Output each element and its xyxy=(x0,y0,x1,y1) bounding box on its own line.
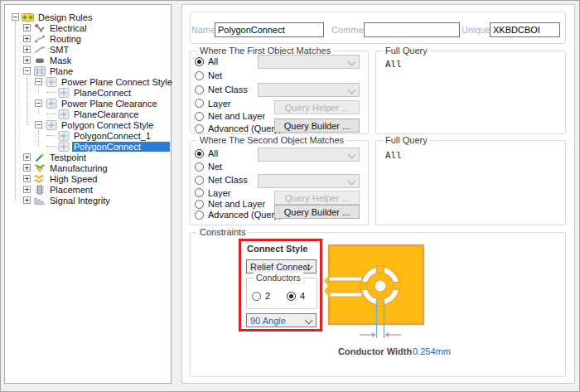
tree-item-design-rules[interactable]: −Design Rules xyxy=(7,12,170,22)
radio-icon xyxy=(195,211,204,220)
tree-item-smt[interactable]: +SMT xyxy=(7,44,170,55)
tree-item-mask[interactable]: +Mask xyxy=(7,55,170,65)
tree-item-manufacturing[interactable]: +Manufacturing xyxy=(7,162,170,173)
radio-label: Advanced (Query) xyxy=(208,210,282,220)
manufacturing-icon xyxy=(33,163,46,173)
angle-select[interactable]: 90 Angle xyxy=(246,313,317,327)
electrical-icon xyxy=(33,23,46,33)
tree-item-planeconnect[interactable]: PlaneConnect xyxy=(7,87,170,98)
radio-icon xyxy=(195,176,204,185)
first-match-radio-net-class[interactable]: Net Class xyxy=(195,84,248,95)
second-query-builder-button[interactable]: Query Builder ... xyxy=(274,205,360,219)
connect-style-label: Connect Style xyxy=(247,244,307,254)
expand-icon[interactable]: + xyxy=(23,24,31,31)
conductor-width-label: Conductor Width xyxy=(338,346,412,356)
polygon-connect-diagram xyxy=(325,242,434,345)
second-match-radio-net-class[interactable]: Net Class xyxy=(195,174,248,186)
chevron-down-icon xyxy=(305,317,313,325)
first-query-builder-button[interactable]: Query Builder ... xyxy=(274,119,360,133)
tree-item-plane[interactable]: −Plane xyxy=(7,65,170,76)
name-input[interactable] xyxy=(215,22,324,37)
first-match-radio-advanced-query[interactable]: Advanced (Query) xyxy=(195,123,282,134)
expand-icon[interactable]: + xyxy=(23,164,31,172)
tree-item-polygon-connect-style[interactable]: −Polygon Connect Style xyxy=(7,119,170,130)
first-match-radio-net[interactable]: Net xyxy=(195,70,222,81)
radio-conductors-2[interactable]: 2 xyxy=(252,290,270,302)
tree-item-placement[interactable]: +Placement xyxy=(7,184,170,195)
first-net-select xyxy=(258,55,360,69)
rule-type-icon xyxy=(45,77,57,87)
tree-item-polygonconnect[interactable]: PolygonConnect xyxy=(7,141,170,152)
signal-integrity-icon xyxy=(33,196,46,206)
conductor-width-value: 0.254mm xyxy=(413,346,451,356)
second-match-radio-net[interactable]: Net xyxy=(195,161,222,172)
tree-item-label: Polygon Connect Style xyxy=(60,120,155,130)
radio-label: Net Class xyxy=(208,85,248,94)
tree-item-label: Power Plane Clearance xyxy=(60,99,159,109)
expand-icon[interactable]: + xyxy=(23,56,31,64)
radio-label: All xyxy=(208,148,218,158)
radio-icon xyxy=(195,112,204,121)
tree-item-power-plane-clearance[interactable]: −Power Plane Clearance xyxy=(7,98,170,109)
chevron-down-icon xyxy=(348,151,356,159)
expand-icon[interactable]: + xyxy=(23,35,31,42)
tree-item-planeclearance[interactable]: PlaneClearance xyxy=(7,109,170,119)
radio-label: Net Class xyxy=(208,175,248,185)
first-match-radio-net-and-layer[interactable]: Net and Layer xyxy=(195,110,265,122)
tree-item-routing[interactable]: +Routing xyxy=(7,33,170,44)
second-match-radio-all[interactable]: All xyxy=(195,148,218,159)
tree-item-label: SMT xyxy=(48,45,70,55)
second-match-radio-advanced-query[interactable]: Advanced (Query) xyxy=(195,209,282,220)
second-match-radio-net-and-layer[interactable]: Net and Layer xyxy=(195,198,265,210)
radio-label: Layer xyxy=(208,188,231,198)
collapse-icon[interactable]: − xyxy=(35,78,42,85)
expand-icon[interactable]: + xyxy=(23,186,31,193)
second-match-radio-layer[interactable]: Layer xyxy=(195,187,231,199)
radio-label: All xyxy=(208,56,218,66)
unique-id-input[interactable] xyxy=(490,22,560,37)
expand-icon[interactable]: + xyxy=(23,175,31,182)
testpoint-icon xyxy=(33,152,46,162)
tree-item-power-plane-connect-style[interactable]: −Power Plane Connect Style xyxy=(7,76,170,87)
tree-item-signal-integrity[interactable]: +Signal Integrity xyxy=(7,195,170,206)
radio-label: Net and Layer xyxy=(208,199,265,209)
first-full-query-title: Full Query xyxy=(383,46,430,56)
tree-item-electrical[interactable]: +Electrical xyxy=(7,22,170,33)
tree-item-label: High Speed xyxy=(48,174,99,184)
collapse-icon[interactable]: − xyxy=(12,13,19,21)
radio-icon xyxy=(195,149,204,158)
comment-input[interactable] xyxy=(364,22,460,37)
chevron-down-icon xyxy=(348,58,356,66)
tree-item-testpoint[interactable]: +Testpoint xyxy=(7,152,170,162)
radio-conductors-4[interactable]: 4 xyxy=(287,290,305,302)
radio-icon xyxy=(287,292,296,301)
first-match-radio-layer[interactable]: Layer xyxy=(195,98,231,109)
collapse-icon[interactable]: − xyxy=(23,67,31,75)
radio-icon xyxy=(195,57,204,66)
tree-item-label: Plane xyxy=(48,66,75,76)
tree-item-high-speed[interactable]: +High Speed xyxy=(7,173,170,184)
collapse-icon[interactable]: − xyxy=(35,99,42,107)
rule-type-icon xyxy=(45,120,57,130)
design-rules-icon xyxy=(22,12,34,22)
expand-icon[interactable]: + xyxy=(23,46,31,53)
mask-icon xyxy=(33,56,46,65)
tree-connector xyxy=(46,92,56,93)
radio-icon xyxy=(195,99,204,108)
tree-item-label: Manufacturing xyxy=(48,163,109,173)
expand-icon[interactable]: + xyxy=(23,196,31,204)
expand-icon[interactable]: + xyxy=(23,153,31,161)
collapse-icon[interactable]: − xyxy=(35,121,42,128)
radio-icon xyxy=(252,292,261,301)
tree-item-label: Placement xyxy=(48,185,94,195)
tree-item-polygonconnect-1[interactable]: PolygonConnect_1 xyxy=(7,130,170,141)
radio-icon xyxy=(195,124,204,133)
connect-style-select[interactable]: Relief Connect xyxy=(246,259,317,273)
first-match-radio-all[interactable]: All xyxy=(195,56,218,67)
rule-type-icon xyxy=(45,99,57,109)
constraints-title: Constraints xyxy=(197,227,249,237)
angle-value: 90 Angle xyxy=(250,316,286,326)
tree-item-label: PlaneConnect xyxy=(72,88,133,98)
radio-label: Net and Layer xyxy=(208,111,265,121)
tree-item-label: PolygonConnect xyxy=(72,142,170,152)
